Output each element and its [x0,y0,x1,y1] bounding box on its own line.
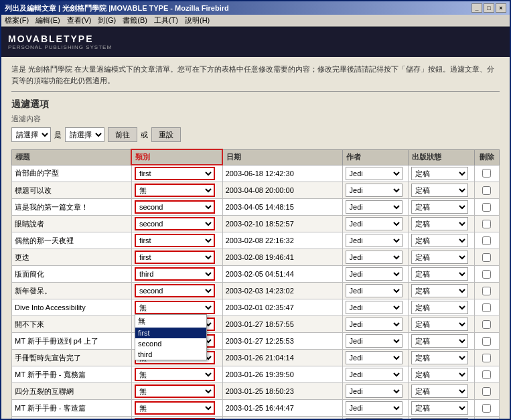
cat-select[interactable]: 無firstsecondthird [135,217,215,230]
cat-select[interactable]: 無firstsecondthird [135,368,215,381]
author-select[interactable]: Jedi [346,384,403,398]
menu-go[interactable]: 到(G) [98,15,116,25]
delete-checkbox[interactable] [482,270,491,279]
status-select[interactable]: 定稿草稿 [411,318,468,331]
cat-select[interactable]: 無firstsecondthird [135,251,215,264]
author-select[interactable]: Jedi [346,234,403,247]
status-select[interactable]: 定稿草稿 [411,384,468,398]
reset-button[interactable]: 重設 [151,127,181,142]
window-title: 列出及編輯文章 | 光劍格鬥學院 |MOVABLE TYPE - Mozilla… [5,3,229,13]
delete-checkbox[interactable] [482,220,491,228]
filter-select-2[interactable]: 請選擇 [65,127,104,142]
table-row: MT 新手手冊 - 客造篇無firstsecondthird2003-01-25… [12,400,500,417]
dropdown-option[interactable]: first [135,328,206,338]
menu-help[interactable]: 說明(H) [185,15,210,25]
cat-select[interactable]: 無firstsecondthird [135,200,215,214]
author-select[interactable]: Jedi [346,401,403,415]
status-select[interactable]: 定稿草稿 [411,217,468,230]
delete-checkbox[interactable] [482,404,491,413]
cell-author: Jedi [342,266,409,283]
delete-checkbox[interactable] [482,387,491,396]
author-select[interactable]: Jedi [346,418,403,419]
delete-checkbox[interactable] [482,370,491,379]
author-select[interactable]: Jedi [346,284,403,297]
delete-checkbox[interactable] [482,287,491,295]
cell-delete [474,316,499,333]
author-select[interactable]: Jedi [346,267,403,281]
author-select[interactable]: Jedi [346,251,403,264]
header-del: 刪除 [474,149,499,165]
author-select[interactable]: Jedi [346,334,403,348]
cell-status: 定稿草稿 [409,216,475,232]
status-select[interactable]: 定稿草稿 [411,401,468,415]
cell-author: Jedi [342,199,409,216]
status-select[interactable]: 定稿草稿 [411,418,468,419]
cat-select[interactable]: 無firstsecondthird [135,284,215,297]
author-select[interactable]: Jedi [346,184,403,197]
close-button[interactable]: × [496,3,506,13]
author-select[interactable]: Jedi [346,200,403,214]
maximize-button[interactable]: □ [484,3,494,13]
cat-select[interactable]: 無firstsecondthird [135,184,215,197]
status-select[interactable]: 定稿草稿 [411,284,468,297]
cat-select[interactable]: 無firstsecondthird [135,301,215,314]
table-header-row: 標題 類別 日期 作者 出版狀態 刪除 [12,149,500,165]
status-select[interactable]: 定稿草稿 [411,368,468,381]
status-select[interactable]: 定稿草稿 [411,351,468,364]
author-select[interactable]: Jedi [346,351,403,364]
delete-checkbox[interactable] [482,203,491,212]
filter-select-1[interactable]: 請選擇 [11,127,51,142]
cat-select[interactable]: 無firstsecondthird [135,167,215,180]
status-select[interactable]: 定稿草稿 [411,184,468,197]
cell-date: 2003-02-03 14:23:02 [222,283,342,299]
status-select[interactable]: 定稿草稿 [411,251,468,264]
cell-title: 新年發呆。 [12,283,132,299]
cell-delete [474,165,499,182]
author-select[interactable]: Jedi [346,217,403,230]
delete-checkbox[interactable] [482,169,491,178]
cat-dropdown-popup: 無firstsecondthird [135,314,207,360]
author-select[interactable]: Jedi [346,318,403,331]
menu-edit[interactable]: 編輯(E) [35,15,60,25]
delete-checkbox[interactable] [482,186,491,195]
delete-checkbox[interactable] [482,354,491,362]
status-select[interactable]: 定稿草稿 [411,334,468,348]
table-row: Dive Into Accessibility無firstsecondthird… [12,299,500,316]
cell-status: 定稿草稿 [409,350,475,366]
status-select[interactable]: 定稿草稿 [411,301,468,314]
status-select[interactable]: 定稿草稿 [411,234,468,247]
cell-author: Jedi [342,283,409,299]
delete-checkbox[interactable] [482,320,491,329]
cat-select[interactable]: 無firstsecondthird [135,401,215,415]
author-select[interactable]: Jedi [346,368,403,381]
menu-file[interactable]: 檔案(F) [5,15,29,25]
author-select[interactable]: Jedi [346,301,403,314]
cell-status: 定稿草稿 [409,366,475,383]
cat-select[interactable]: 無firstsecondthird [135,418,215,419]
menu-bookmarks[interactable]: 書籤(B) [123,15,147,25]
dropdown-option[interactable]: 無 [135,315,206,328]
prev-button[interactable]: 前往 [108,127,137,142]
logo: MOVABLETYPE PERSONAL PUBLISHING SYSTEM [8,33,112,50]
cat-select[interactable]: 無firstsecondthird [135,234,215,247]
minimize-button[interactable]: _ [471,3,482,13]
status-select[interactable]: 定稿草稿 [411,167,468,180]
delete-checkbox[interactable] [482,303,491,312]
dropdown-option[interactable]: second [135,338,206,349]
status-select[interactable]: 定稿草稿 [411,200,468,214]
table-row: 標題可以改無firstsecondthird2003-04-08 20:00:0… [12,182,500,199]
status-select[interactable]: 定稿草稿 [411,267,468,281]
header-date: 日期 [222,149,342,165]
author-select[interactable]: Jedi [346,167,403,180]
delete-checkbox[interactable] [482,236,491,245]
dropdown-option[interactable]: third [135,349,206,360]
header-status: 出版狀態 [409,149,475,165]
cat-select[interactable]: 無firstsecondthird [135,267,215,281]
delete-checkbox[interactable] [482,253,491,262]
delete-checkbox[interactable] [482,337,491,346]
cell-cat: 無firstsecondthird [131,232,222,249]
menu-tools[interactable]: 工具(T) [154,15,178,25]
menu-view[interactable]: 查看(V) [67,15,92,25]
cat-select[interactable]: 無firstsecondthird [135,384,215,398]
cell-status: 定稿草稿 [409,165,475,182]
